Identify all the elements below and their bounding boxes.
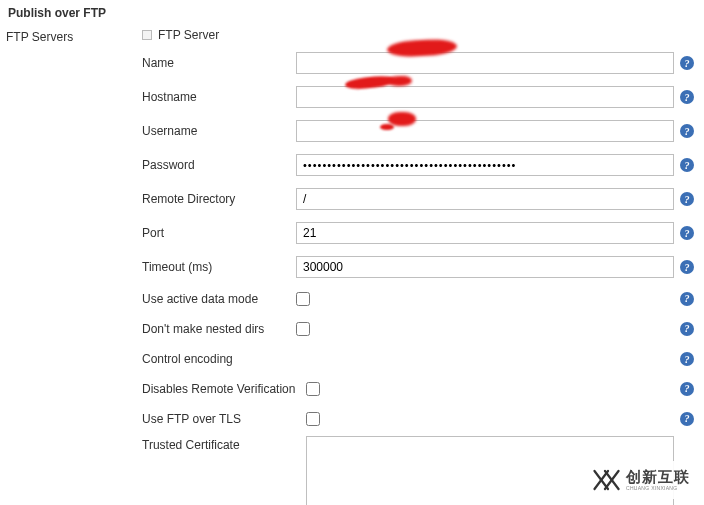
timeout-input[interactable] — [296, 256, 674, 278]
watermark-logo-icon — [590, 465, 620, 495]
active-mode-checkbox[interactable] — [296, 292, 310, 306]
help-icon[interactable]: ? — [680, 56, 694, 70]
help-icon[interactable]: ? — [680, 226, 694, 240]
help-icon[interactable]: ? — [680, 382, 694, 396]
no-nested-label: Don't make nested dirs — [136, 322, 296, 336]
watermark-text-en: CHUANG XINXIANG — [626, 486, 690, 492]
control-encoding-label: Control encoding — [136, 352, 296, 366]
section-title: Publish over FTP — [8, 6, 694, 20]
disable-rv-checkbox[interactable] — [306, 382, 320, 396]
remote-directory-label: Remote Directory — [136, 192, 296, 206]
collapse-icon[interactable] — [142, 30, 152, 40]
hostname-input[interactable] — [296, 86, 674, 108]
no-nested-checkbox[interactable] — [296, 322, 310, 336]
name-input[interactable] — [296, 52, 674, 74]
help-icon[interactable]: ? — [680, 412, 694, 426]
name-label: Name — [136, 56, 296, 70]
group-title: FTP Server — [158, 28, 219, 42]
help-icon[interactable]: ? — [680, 158, 694, 172]
hostname-label: Hostname — [136, 90, 296, 104]
trusted-cert-label: Trusted Certificate — [136, 436, 306, 452]
password-input[interactable] — [296, 154, 674, 176]
disable-rv-label: Disables Remote Verification — [136, 382, 306, 396]
help-icon[interactable]: ? — [680, 90, 694, 104]
help-icon[interactable]: ? — [680, 192, 694, 206]
watermark: 创新互联 CHUANG XINXIANG — [582, 461, 698, 499]
help-icon[interactable]: ? — [680, 292, 694, 306]
help-icon[interactable]: ? — [680, 322, 694, 336]
ftp-server-config-group: FTP Server Name ? Hostname ? Use — [136, 28, 694, 505]
password-label: Password — [136, 158, 296, 172]
use-tls-checkbox[interactable] — [306, 412, 320, 426]
help-icon[interactable]: ? — [680, 124, 694, 138]
watermark-text-cn: 创新互联 — [626, 469, 690, 486]
use-tls-label: Use FTP over TLS — [136, 412, 306, 426]
username-label: Username — [136, 124, 296, 138]
username-input[interactable] — [296, 120, 674, 142]
remote-directory-input[interactable] — [296, 188, 674, 210]
timeout-label: Timeout (ms) — [136, 260, 296, 274]
help-icon[interactable]: ? — [680, 352, 694, 366]
active-mode-label: Use active data mode — [136, 292, 296, 306]
port-input[interactable] — [296, 222, 674, 244]
help-icon[interactable]: ? — [680, 260, 694, 274]
left-nav-label: FTP Servers — [6, 28, 136, 44]
port-label: Port — [136, 226, 296, 240]
